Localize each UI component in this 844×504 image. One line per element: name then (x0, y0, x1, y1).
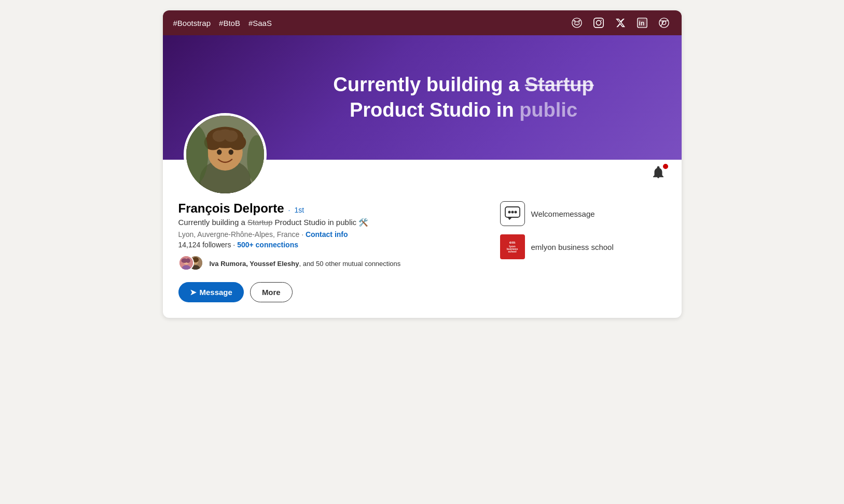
x-twitter-icon[interactable] (613, 16, 628, 30)
chrome-icon[interactable] (657, 16, 671, 30)
welcome-message-label: Welcomemessage (531, 209, 595, 218)
action-buttons: ➤ Message More (178, 282, 500, 302)
hashtag-btob[interactable]: #BtoB (219, 19, 240, 27)
welcome-message-item: Welcomemessage (500, 201, 595, 226)
hashtag-bootstrap[interactable]: #Bootstrap (173, 19, 211, 27)
banner: Currently building a Startup Product Stu… (163, 35, 682, 160)
mutual-connections: Iva Rumora, Youssef Eleshy, and 50 other… (178, 255, 500, 272)
mutual-avatar-1 (178, 255, 194, 271)
svg-point-45 (514, 211, 517, 214)
bell-icon[interactable] (651, 165, 666, 184)
avatar-image (186, 116, 264, 193)
top-bar: #Bootstrap #BtoB #SaaS (163, 10, 682, 35)
banner-text: Currently building a Startup Product Stu… (333, 72, 593, 123)
avatar (184, 113, 267, 196)
svg-point-44 (511, 211, 514, 214)
bell-badge (662, 163, 669, 170)
followers-row: 14,124 followers · 500+ connections (178, 241, 500, 249)
top-icons: in (570, 16, 671, 30)
hashtag-saas[interactable]: #SaaS (248, 19, 272, 27)
svg-point-2 (575, 23, 575, 23)
mutual-avatar-1-image (179, 256, 193, 270)
profile-right: Welcomemessage em lyon business school e… (500, 201, 666, 302)
profile-card: #Bootstrap #BtoB #SaaS (163, 10, 682, 318)
emlyon-item: em lyon business school emlyon business … (500, 234, 614, 259)
svg-rect-6 (593, 18, 603, 27)
emlyon-label: emlyon business school (531, 243, 614, 251)
svg-point-8 (601, 20, 602, 21)
svg-point-37 (186, 258, 190, 263)
svg-point-1 (574, 22, 579, 25)
profile-body: François Delporte · 1st Currently buildi… (163, 191, 682, 318)
mutual-avatars (178, 255, 205, 272)
notification-bell (651, 165, 666, 184)
message-button[interactable]: ➤ Message (178, 282, 244, 302)
profile-left: François Delporte · 1st Currently buildi… (178, 201, 500, 302)
hashtags: #Bootstrap #BtoB #SaaS (173, 19, 272, 27)
linkedin-icon[interactable]: in (635, 16, 649, 30)
welcome-message-icon[interactable] (500, 201, 525, 226)
profile-name: François Delporte (178, 201, 284, 216)
svg-point-28 (217, 129, 233, 139)
contact-info-link[interactable]: Contact info (306, 230, 348, 239)
svg-point-3 (577, 23, 578, 23)
profile-location: Lyon, Auvergne-Rhône-Alpes, France · Con… (178, 230, 500, 239)
connections-link[interactable]: 500+ connections (237, 241, 298, 249)
banner-line1: Currently building a Startup (333, 72, 593, 97)
reddit-icon[interactable] (570, 16, 584, 30)
banner-line2: Product Studio in public (333, 97, 593, 123)
svg-point-7 (596, 20, 601, 25)
svg-point-0 (572, 18, 581, 27)
instagram-icon[interactable] (591, 16, 606, 30)
profile-headline: Currently building a Startup Product Stu… (178, 218, 500, 227)
more-button[interactable]: More (250, 282, 293, 302)
mutual-text: Iva Rumora, Youssef Eleshy, and 50 other… (210, 260, 401, 268)
emlyon-logo[interactable]: em lyon business school (500, 234, 525, 259)
followers-count: 14,124 followers (178, 241, 231, 249)
svg-text:in: in (639, 20, 644, 27)
name-row: François Delporte · 1st (178, 201, 500, 216)
send-icon: ➤ (190, 288, 197, 297)
svg-point-43 (508, 211, 510, 214)
svg-point-29 (217, 149, 222, 155)
connection-badge: · (288, 206, 290, 214)
svg-point-5 (573, 20, 575, 22)
svg-point-30 (228, 149, 233, 155)
profile-main: François Delporte · 1st Currently buildi… (178, 201, 666, 302)
connection-level: 1st (294, 206, 304, 214)
